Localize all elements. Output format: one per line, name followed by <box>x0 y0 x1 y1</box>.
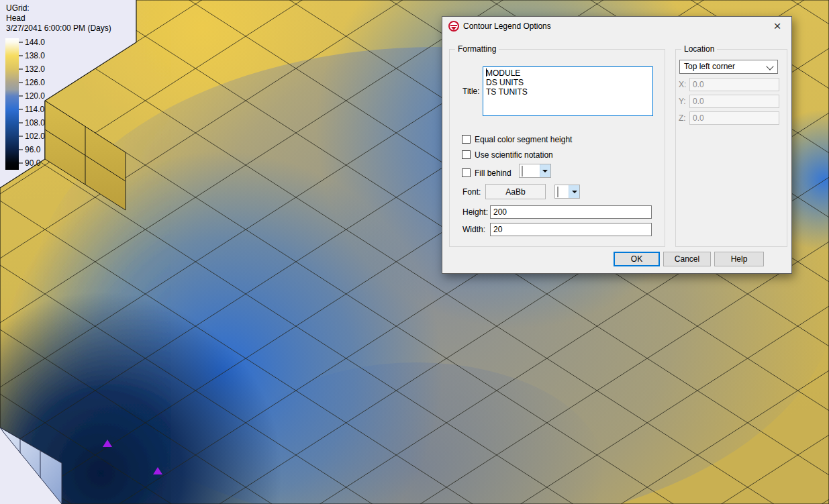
chevron-down-icon <box>766 62 773 70</box>
location-dropdown[interactable]: Top left corner <box>679 60 778 74</box>
legend-tick-label: 108.0 <box>25 118 45 128</box>
dialog-title: Contour Legend Options <box>463 21 551 31</box>
x-label: X: <box>679 80 686 89</box>
checkbox-label-equal-color-segment-height: Equal color segment height <box>475 135 572 144</box>
fill-behind-color-button[interactable] <box>519 164 551 178</box>
height-label: Height: <box>462 207 488 217</box>
width-input[interactable] <box>490 223 652 236</box>
z-input <box>689 111 779 125</box>
checkbox-fill-behind[interactable] <box>462 168 471 177</box>
legend-tick-label: 96.0 <box>25 145 41 154</box>
formatting-group-label: Formatting <box>455 44 499 54</box>
y-label: Y: <box>679 97 686 106</box>
legend-title-line: Head <box>6 13 26 23</box>
legend-tick-label: 138.0 <box>25 51 45 60</box>
width-label: Width: <box>462 225 485 234</box>
font-color-dropdown-arrow-icon[interactable] <box>569 185 579 198</box>
legend-tick-label: 144.0 <box>25 38 45 47</box>
font-color-swatch[interactable] <box>555 185 569 198</box>
font-button[interactable]: AaBb <box>485 184 546 199</box>
legend-tick-label: 90.0 <box>25 158 41 168</box>
location-dropdown-value: Top left corner <box>684 62 735 71</box>
legend-tick-label: 126.0 <box>25 78 45 87</box>
font-color-button[interactable] <box>554 185 580 199</box>
legend-title-line: UGrid: <box>6 3 30 13</box>
viewport-3d[interactable]: UGrid: Head 3/27/2041 6:00:00 PM (Days) … <box>0 0 829 504</box>
legend-title-line: 3/27/2041 6:00:00 PM (Days) <box>6 23 111 33</box>
checkbox-equal-color-segment-height[interactable] <box>462 135 471 144</box>
text-cursor <box>486 68 487 77</box>
legend-tick-label: 132.0 <box>25 64 45 74</box>
gms-logo-icon <box>448 21 459 32</box>
dialog-titlebar[interactable]: Contour Legend Options × <box>442 17 791 36</box>
fill-color-swatch[interactable] <box>520 164 540 177</box>
height-input[interactable] <box>490 205 652 219</box>
font-label: Font: <box>462 187 481 197</box>
y-input <box>689 95 779 108</box>
legend-colorbar <box>5 38 19 170</box>
help-button[interactable]: Help <box>714 252 764 266</box>
checkbox-use-scientific-notation[interactable] <box>462 150 471 159</box>
checkbox-label-use-scientific-notation: Use scientific notation <box>475 150 553 160</box>
cancel-button[interactable]: Cancel <box>663 252 711 266</box>
legend-tick-label: 102.0 <box>25 132 45 141</box>
x-input <box>689 78 779 91</box>
z-label: Z: <box>679 113 686 123</box>
legend-title-textarea[interactable]: MODULE DS UNITS TS TUNITS <box>483 66 653 116</box>
checkbox-label-fill-behind: Fill behind <box>475 168 511 178</box>
title-label: Title: <box>462 87 480 96</box>
legend-tick-label: 120.0 <box>25 91 45 101</box>
ok-button[interactable]: OK <box>614 252 660 266</box>
contour-legend-options-dialog: Contour Legend Options × Formatting Titl… <box>442 16 792 274</box>
fill-color-dropdown-arrow-icon[interactable] <box>540 164 550 177</box>
location-group-label: Location <box>681 44 717 54</box>
close-icon[interactable]: × <box>767 18 787 34</box>
legend-tick-label: 114.0 <box>25 105 44 114</box>
